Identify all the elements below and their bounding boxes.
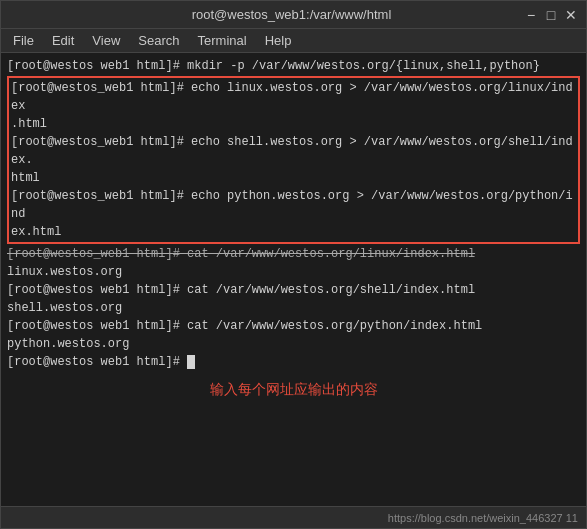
maximize-button[interactable]: □ [544,8,558,22]
terminal-line-echo-linux-2: .html [11,115,576,133]
menu-file[interactable]: File [5,31,42,50]
highlighted-echo-block: [root@westos_web1 html]# echo linux.west… [7,76,580,244]
menu-edit[interactable]: Edit [44,31,82,50]
menu-search[interactable]: Search [130,31,187,50]
minimize-button[interactable]: − [524,8,538,22]
title-bar: root@westos_web1:/var/www/html − □ ✕ [1,1,586,29]
terminal-content: [root@westos web1 html]# mkdir -p /var/w… [7,57,580,400]
terminal-body[interactable]: [root@westos web1 html]# mkdir -p /var/w… [1,53,586,506]
menu-terminal[interactable]: Terminal [190,31,255,50]
terminal-line-prompt: [root@westos web1 html]# [7,353,580,371]
terminal-line-echo-shell: [root@westos_web1 html]# echo shell.west… [11,133,576,169]
status-url: https://blog.csdn.net/weixin_446327 11 [388,512,578,524]
menu-help[interactable]: Help [257,31,300,50]
terminal-line-echo-python-2: ex.html [11,223,576,241]
terminal-line-cat-linux: [root@westos_web1 html]# cat /var/www/we… [7,245,580,263]
terminal-line-mkdir: [root@westos web1 html]# mkdir -p /var/w… [7,57,580,75]
terminal-line-echo-shell-2: html [11,169,576,187]
terminal-line-cat-python: [root@westos web1 html]# cat /var/www/we… [7,317,580,335]
terminal-window: root@westos_web1:/var/www/html − □ ✕ Fil… [0,0,587,529]
status-bar: https://blog.csdn.net/weixin_446327 11 [1,506,586,528]
terminal-line-echo-linux: [root@westos_web1 html]# echo linux.west… [11,79,576,115]
annotation-text: 输入每个网址应输出的内容 [7,379,580,400]
menu-view[interactable]: View [84,31,128,50]
close-button[interactable]: ✕ [564,8,578,22]
cursor [187,355,195,369]
terminal-line-echo-python: [root@westos_web1 html]# echo python.wes… [11,187,576,223]
terminal-line-output-shell: shell.westos.org [7,299,580,317]
terminal-line-output-linux: linux.westos.org [7,263,580,281]
window-title: root@westos_web1:/var/www/html [59,7,524,22]
terminal-line-cat-shell: [root@westos web1 html]# cat /var/www/we… [7,281,580,299]
menu-bar: File Edit View Search Terminal Help [1,29,586,53]
terminal-line-output-python: python.westos.org [7,335,580,353]
window-controls: − □ ✕ [524,8,578,22]
